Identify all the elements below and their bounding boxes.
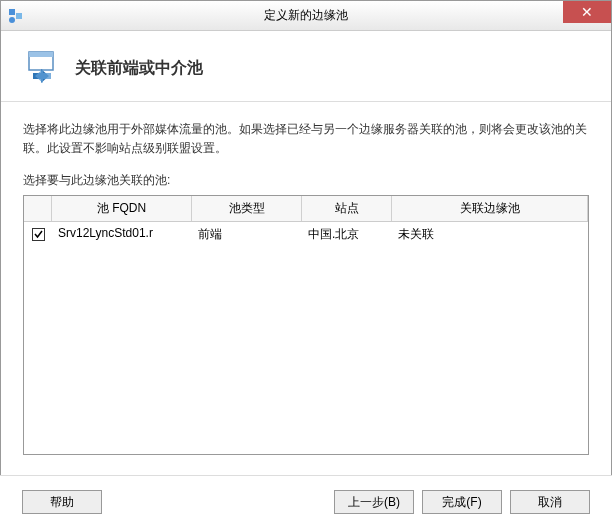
close-button[interactable]: ✕ xyxy=(563,1,611,23)
titlebar: 定义新的边缘池 ✕ xyxy=(1,1,611,31)
back-button[interactable]: 上一步(B) xyxy=(334,490,414,514)
svg-rect-4 xyxy=(29,52,53,57)
cell-fqdn: Srv12LyncStd01.r xyxy=(52,222,192,247)
svg-point-2 xyxy=(9,17,15,23)
window-title: 定义新的边缘池 xyxy=(264,7,348,24)
description-text: 选择将此边缘池用于外部媒体流量的池。如果选择已经与另一个边缘服务器关联的池，则将… xyxy=(23,120,589,158)
grid-header-fqdn[interactable]: 池 FQDN xyxy=(52,196,192,221)
cell-site: 中国.北京 xyxy=(302,222,392,247)
cell-type: 前端 xyxy=(192,222,302,247)
cancel-button[interactable]: 取消 xyxy=(510,490,590,514)
cell-edge: 未关联 xyxy=(392,222,588,247)
table-row[interactable]: Srv12LyncStd01.r 前端 中国.北京 未关联 xyxy=(24,222,588,247)
app-icon xyxy=(7,7,25,25)
grid-header-row: 池 FQDN 池类型 站点 关联边缘池 xyxy=(24,196,588,222)
close-icon: ✕ xyxy=(581,4,593,20)
grid-header-site[interactable]: 站点 xyxy=(302,196,392,221)
grid-header-edge[interactable]: 关联边缘池 xyxy=(392,196,588,221)
pool-grid: 池 FQDN 池类型 站点 关联边缘池 Srv12LyncStd01.r 前端 … xyxy=(23,195,589,455)
button-bar: 帮助 上一步(B) 完成(F) 取消 xyxy=(0,475,612,532)
finish-button[interactable]: 完成(F) xyxy=(422,490,502,514)
grid-header-check[interactable] xyxy=(24,196,52,221)
content-area: 选择将此边缘池用于外部媒体流量的池。如果选择已经与另一个边缘服务器关联的池，则将… xyxy=(1,102,611,465)
wizard-header-icon xyxy=(23,49,61,87)
wizard-title: 关联前端或中介池 xyxy=(75,58,203,79)
wizard-header: 关联前端或中介池 xyxy=(1,31,611,102)
svg-rect-1 xyxy=(16,13,22,19)
help-button[interactable]: 帮助 xyxy=(22,490,102,514)
row-checkbox[interactable] xyxy=(32,228,45,241)
grid-label: 选择要与此边缘池关联的池: xyxy=(23,172,589,189)
grid-header-type[interactable]: 池类型 xyxy=(192,196,302,221)
svg-rect-0 xyxy=(9,9,15,15)
